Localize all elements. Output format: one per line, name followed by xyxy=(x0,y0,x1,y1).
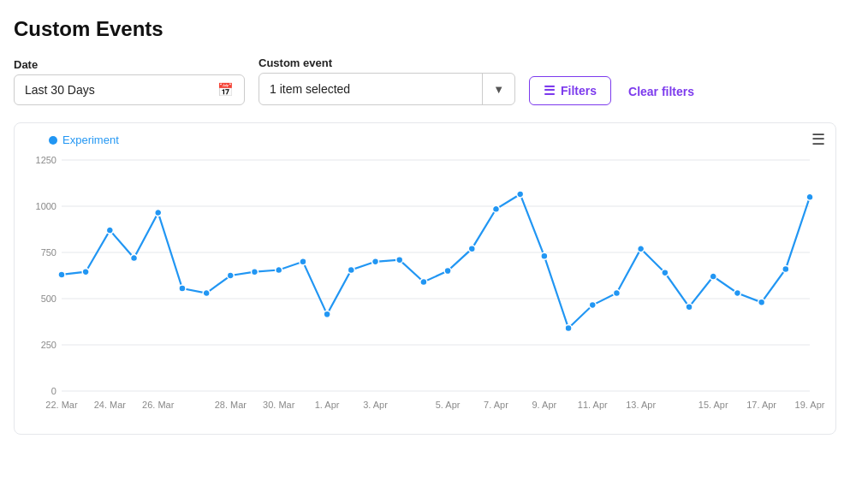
svg-text:22. Mar: 22. Mar xyxy=(45,400,78,410)
svg-point-29 xyxy=(106,227,113,234)
svg-point-46 xyxy=(517,191,524,198)
chart-legend: Experiment xyxy=(49,133,827,146)
svg-point-53 xyxy=(686,304,692,311)
legend-label: Experiment xyxy=(62,133,119,146)
svg-text:5. Apr: 5. Apr xyxy=(436,400,461,410)
svg-point-32 xyxy=(179,285,186,292)
svg-point-54 xyxy=(710,273,716,280)
calendar-icon: 📅 xyxy=(217,82,234,98)
chevron-down-icon: ▼ xyxy=(483,76,514,103)
svg-text:11. Apr: 11. Apr xyxy=(578,400,608,410)
svg-point-41 xyxy=(396,257,403,264)
svg-point-42 xyxy=(420,279,427,286)
svg-text:13. Apr: 13. Apr xyxy=(626,400,656,410)
filters-button[interactable]: ☰ Filters xyxy=(529,76,611,105)
svg-text:500: 500 xyxy=(41,294,56,304)
custom-event-filter-group: Custom event 1 item selected ▼ xyxy=(259,56,515,105)
svg-point-55 xyxy=(734,290,740,297)
svg-point-28 xyxy=(82,269,89,276)
custom-event-select[interactable]: 1 item selected ▼ xyxy=(259,73,515,105)
date-value: Last 30 Days xyxy=(25,83,95,97)
svg-point-36 xyxy=(276,267,282,274)
svg-text:19. Apr: 19. Apr xyxy=(795,400,825,410)
svg-point-48 xyxy=(565,325,572,332)
svg-text:3. Apr: 3. Apr xyxy=(363,400,388,410)
svg-point-38 xyxy=(324,311,330,317)
svg-point-43 xyxy=(444,268,451,275)
clear-filters-button[interactable]: Clear filters xyxy=(625,78,698,105)
svg-point-37 xyxy=(300,258,306,265)
svg-point-58 xyxy=(806,193,813,200)
svg-text:250: 250 xyxy=(41,340,56,350)
svg-point-34 xyxy=(227,272,234,279)
legend-dot xyxy=(49,136,57,145)
svg-point-39 xyxy=(348,267,354,274)
filter-icon: ☰ xyxy=(544,83,555,98)
svg-point-47 xyxy=(541,252,548,259)
custom-event-value: 1 item selected xyxy=(259,75,482,103)
svg-point-44 xyxy=(468,246,475,252)
svg-text:7. Apr: 7. Apr xyxy=(484,400,508,410)
date-filter-group: Date Last 30 Days 📅 xyxy=(14,58,245,105)
line-chart-svg: 02505007501000125022. Mar24. Mar26. Mar2… xyxy=(23,151,827,425)
svg-text:0: 0 xyxy=(51,386,56,396)
svg-point-40 xyxy=(372,258,379,265)
chart-menu-button[interactable]: ☰ xyxy=(811,132,825,147)
svg-point-51 xyxy=(638,246,645,252)
svg-point-35 xyxy=(252,269,259,276)
svg-text:9. Apr: 9. Apr xyxy=(532,400,557,410)
svg-text:24. Mar: 24. Mar xyxy=(94,400,127,410)
svg-text:28. Mar: 28. Mar xyxy=(215,400,247,410)
svg-point-50 xyxy=(613,290,620,297)
page-title: Custom Events xyxy=(14,17,836,41)
filters-button-label: Filters xyxy=(561,84,597,98)
date-label: Date xyxy=(14,58,245,71)
svg-point-49 xyxy=(589,302,596,309)
svg-text:26. Mar: 26. Mar xyxy=(142,400,175,410)
svg-point-57 xyxy=(782,265,789,272)
svg-point-33 xyxy=(203,290,210,297)
svg-text:1. Apr: 1. Apr xyxy=(315,400,340,410)
svg-text:1000: 1000 xyxy=(36,201,56,211)
svg-text:750: 750 xyxy=(41,247,56,258)
svg-point-31 xyxy=(155,210,162,216)
custom-event-label: Custom event xyxy=(259,56,515,69)
svg-text:30. Mar: 30. Mar xyxy=(263,400,295,410)
svg-point-52 xyxy=(662,270,669,276)
date-select[interactable]: Last 30 Days 📅 xyxy=(14,74,245,105)
svg-text:1250: 1250 xyxy=(36,155,56,165)
svg-point-27 xyxy=(58,271,65,278)
chart-area: 02505007501000125022. Mar24. Mar26. Mar2… xyxy=(23,151,827,425)
svg-text:17. Apr: 17. Apr xyxy=(746,400,776,410)
svg-text:15. Apr: 15. Apr xyxy=(698,400,728,410)
svg-point-56 xyxy=(758,299,765,305)
filters-row: Date Last 30 Days 📅 Custom event 1 item … xyxy=(14,56,836,105)
chart-container: ☰ Experiment 02505007501000125022. Mar24… xyxy=(14,122,836,435)
svg-point-45 xyxy=(492,205,499,212)
svg-point-30 xyxy=(131,254,138,261)
